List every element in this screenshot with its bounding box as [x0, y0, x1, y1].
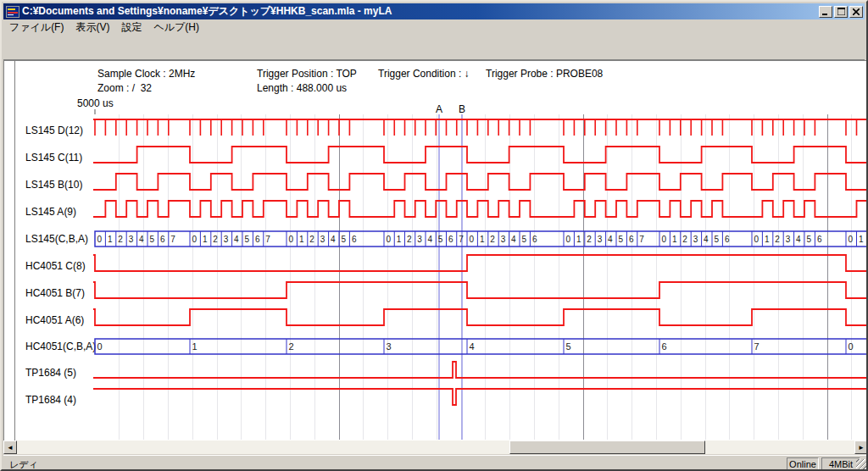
length-text: Length : 488.000 us [257, 82, 347, 94]
trigger-condition-text: Trigger Condition : ↓ [378, 68, 470, 80]
status-online-badge: Online [787, 457, 819, 470]
scroll-right-button[interactable]: ► [854, 441, 868, 454]
title-bar: C:¥Documents and Settings¥noname¥デスクトップ¥… [3, 3, 865, 19]
scrollbar-thumb[interactable] [509, 441, 705, 454]
scroll-right-icon: ► [858, 444, 865, 452]
status-bar: レディ Online 4MBit [3, 455, 868, 471]
menu-item-2[interactable]: 設定 [115, 19, 147, 36]
zoom-text: Zoom : / 32 [97, 82, 152, 94]
channel-label: LS145 B(10) [25, 179, 82, 191]
app-window: C:¥Documents and Settings¥noname¥デスクトップ¥… [0, 0, 868, 471]
maximize-button[interactable] [834, 6, 848, 18]
scroll-left-icon: ◄ [7, 444, 14, 452]
status-memory-badge: 4MBit [821, 457, 860, 470]
resize-grip[interactable] [856, 459, 867, 470]
channel-label: TP1684 (4) [25, 394, 76, 406]
channel-label: HC4051 C(8) [25, 260, 86, 272]
menu-bar: ファイル(F)表示(V)設定ヘルプ(H) [3, 19, 865, 36]
close-button[interactable] [849, 6, 863, 18]
sample-clock-text: Sample Clock : 2MHz [97, 68, 195, 80]
horizontal-scrollbar[interactable]: ◄ ► [3, 441, 868, 454]
trigger-position-text: Trigger Position : TOP [257, 68, 357, 80]
waveform-plot-area[interactable] [93, 114, 867, 440]
toolbar: Stop → 100MHz ▼ TOP ▼ ↑ ▼ PROBE00 ▼ − + … [3, 36, 865, 60]
channel-label: HC4051 A(6) [25, 314, 84, 326]
channel-label: LS145 D(12) [25, 125, 83, 136]
channel-label: LS145 A(9) [25, 206, 76, 218]
channel-labels: LS145 D(12)LS145 C(11)LS145 B(10)LS145 A… [4, 3, 96, 471]
menu-item-3[interactable]: ヘルプ(H) [147, 19, 205, 36]
trigger-probe-text: Trigger Probe : PROBE08 [486, 68, 603, 80]
status-ready-text: レディ [9, 458, 38, 471]
scroll-left-button[interactable]: ◄ [3, 441, 17, 454]
window-title: C:¥Documents and Settings¥noname¥デスクトップ¥… [22, 4, 817, 19]
cursor-a-label: A [436, 103, 442, 115]
channel-label: HC4051(C,B,A) [25, 341, 96, 352]
cursor-b-label: B [459, 103, 465, 115]
channel-label: LS145 C(11) [25, 152, 82, 163]
channel-label: HC4051 B(7) [25, 287, 85, 299]
channel-label: TP1684 (5) [25, 367, 76, 379]
channel-label: LS145(C,B,A) [25, 233, 88, 245]
minimize-button[interactable] [819, 6, 832, 18]
